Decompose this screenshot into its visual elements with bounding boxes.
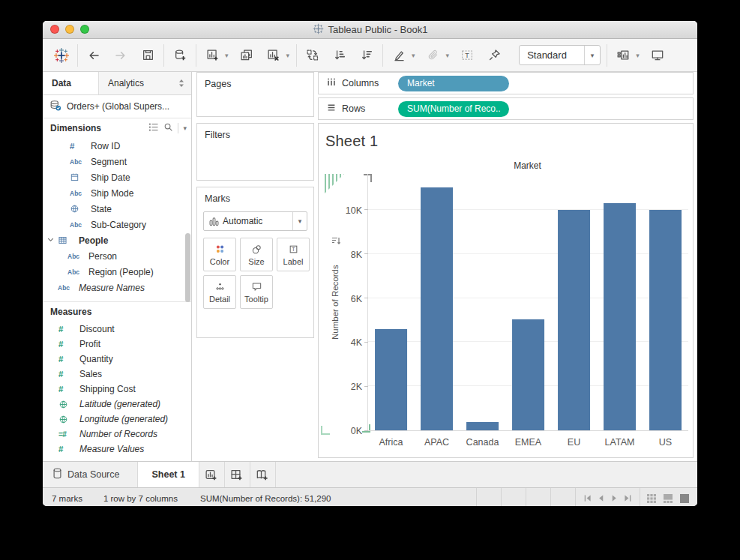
fit-views-dropdown[interactable]: ▾: [636, 52, 640, 59]
detail-button[interactable]: Detail: [203, 275, 236, 309]
text-icon: Abc: [70, 158, 86, 166]
clear-sheet-icon[interactable]: [265, 46, 283, 64]
field-longitude-generated[interactable]: Longitude (generated): [43, 412, 191, 427]
field-people[interactable]: People: [43, 232, 191, 248]
field-state[interactable]: State: [43, 201, 191, 217]
window-title: Tableau Public - Book1: [328, 24, 428, 35]
next-page-icon[interactable]: [610, 494, 619, 502]
highlight-icon[interactable]: [390, 46, 408, 64]
fix-axes-icon[interactable]: [485, 46, 503, 64]
bar-canada[interactable]: [466, 422, 499, 430]
field-latitude-generated[interactable]: Latitude (generated): [43, 397, 191, 412]
new-worksheet-icon[interactable]: [203, 46, 221, 64]
highlight-dropdown[interactable]: ▾: [412, 52, 415, 59]
first-page-icon[interactable]: [583, 494, 592, 502]
y-tick-label: 10K: [334, 205, 362, 216]
datasource-row[interactable]: Orders+ (Global Supers...: [43, 95, 191, 118]
field-segment[interactable]: AbcSegment: [43, 154, 191, 169]
scrollbar-thumb[interactable]: [185, 233, 190, 302]
fit-mode-select[interactable]: Standard ▾: [519, 45, 601, 65]
mark-type-select[interactable]: Automatic ▾: [203, 211, 307, 231]
paperclip-dropdown[interactable]: ▾: [446, 52, 450, 59]
add-data-icon[interactable]: [171, 46, 189, 64]
field-sales[interactable]: #Sales: [43, 367, 191, 382]
back-icon[interactable]: [85, 46, 103, 64]
field-profit[interactable]: #Profit: [43, 337, 191, 352]
chevron-down-icon[interactable]: [46, 235, 55, 246]
forward-icon[interactable]: [112, 46, 130, 64]
data-pane-tabs: Data Analytics: [43, 72, 191, 95]
label-button[interactable]: TLabel: [277, 238, 310, 271]
axis-sort-icon[interactable]: [331, 236, 341, 249]
tab-data-source[interactable]: Data Source: [43, 462, 138, 487]
field-label: Quantity: [79, 354, 113, 364]
filters-card[interactable]: Filters: [196, 123, 314, 181]
field-sub-category[interactable]: AbcSub-Category: [43, 217, 191, 232]
view-list-icon[interactable]: [148, 122, 159, 134]
size-button[interactable]: Size: [240, 238, 273, 271]
tooltip-button[interactable]: Tooltip: [240, 275, 273, 309]
main-area: Data Analytics Orders+ (Global Supers...…: [43, 72, 697, 461]
field-discount[interactable]: #Discount: [43, 322, 191, 337]
chevron-down-icon[interactable]: ▾: [584, 46, 600, 64]
bar-us[interactable]: [649, 210, 682, 430]
field-quantity[interactable]: #Quantity: [43, 352, 191, 367]
bar-chart-plot[interactable]: 0K2K4K6K8K10KAfricaAPACCanadaEMEAEULATAM…: [367, 174, 688, 431]
tab-sheet-1[interactable]: Sheet 1: [138, 462, 199, 487]
bar-africa[interactable]: [375, 329, 408, 430]
chevron-down-icon[interactable]: ▾: [292, 212, 307, 230]
field-row-id[interactable]: #Row ID: [43, 138, 191, 154]
text-icon: Abc: [58, 284, 74, 292]
field-label: Shipping Cost: [79, 384, 136, 394]
color-button[interactable]: Color: [203, 238, 236, 271]
bar-eu[interactable]: [558, 210, 591, 430]
columns-shelf[interactable]: Columns Market: [318, 72, 694, 94]
minimize-window-button[interactable]: [65, 25, 74, 34]
sort-descending-icon[interactable]: [358, 46, 376, 64]
field-measure-values[interactable]: #Measure Values: [43, 442, 191, 457]
bar-chart-icon: [208, 216, 220, 227]
y-tick-mark: [364, 253, 368, 254]
field-ship-date[interactable]: Ship Date: [43, 169, 191, 185]
bar-latam[interactable]: [604, 203, 637, 430]
datasource-name: Orders+ (Global Supers...: [67, 101, 169, 112]
swap-rows-columns-icon[interactable]: [304, 46, 322, 64]
field-person[interactable]: AbcPerson: [43, 248, 191, 264]
field-measure-names[interactable]: AbcMeasure Names: [43, 280, 191, 295]
rows-shelf[interactable]: Rows SUM(Number of Reco..: [318, 97, 694, 120]
field-number-of-records[interactable]: =#Number of Records: [43, 427, 191, 442]
search-icon[interactable]: [163, 122, 173, 134]
new-dashboard-button[interactable]: [225, 462, 250, 487]
worksheet[interactable]: Sheet 1 Market Number of Records 0K2K4K6…: [318, 123, 694, 458]
bar-apac[interactable]: [421, 187, 454, 430]
pane-collapse-icon[interactable]: [172, 72, 191, 94]
presentation-mode-icon[interactable]: [649, 46, 667, 64]
field-region-people[interactable]: AbcRegion (People): [43, 264, 191, 280]
paperclip-icon[interactable]: [424, 46, 442, 64]
sort-ascending-icon[interactable]: [331, 46, 349, 64]
fit-views-icon[interactable]: [614, 46, 632, 64]
chevron-down-icon[interactable]: ▾: [183, 124, 187, 132]
show-filmstrip-icon[interactable]: [663, 493, 673, 504]
show-fullscreen-icon[interactable]: [679, 493, 690, 504]
save-icon[interactable]: [139, 46, 157, 64]
zoom-window-button[interactable]: [80, 25, 89, 34]
field-ship-mode[interactable]: AbcShip Mode: [43, 185, 191, 201]
field-shipping-cost[interactable]: #Shipping Cost: [43, 382, 191, 397]
tab-analytics[interactable]: Analytics: [99, 72, 172, 94]
new-story-button[interactable]: [250, 462, 276, 487]
close-window-button[interactable]: [50, 25, 59, 34]
pill-sum-number-of-reco[interactable]: SUM(Number of Reco..: [398, 101, 509, 117]
bar-emea[interactable]: [512, 319, 545, 430]
last-page-icon[interactable]: [624, 494, 632, 502]
duplicate-sheet-icon[interactable]: [238, 46, 256, 64]
pill-market[interactable]: Market: [398, 76, 509, 91]
show-tabs-icon[interactable]: [646, 493, 657, 504]
prev-page-icon[interactable]: [597, 494, 605, 502]
tab-data[interactable]: Data: [43, 72, 99, 94]
clear-sheet-dropdown[interactable]: ▾: [286, 52, 290, 59]
show-mark-labels-icon[interactable]: T: [458, 46, 476, 64]
new-worksheet-button[interactable]: [199, 462, 225, 487]
new-worksheet-dropdown[interactable]: ▾: [225, 52, 229, 59]
pages-card[interactable]: Pages: [196, 72, 314, 117]
